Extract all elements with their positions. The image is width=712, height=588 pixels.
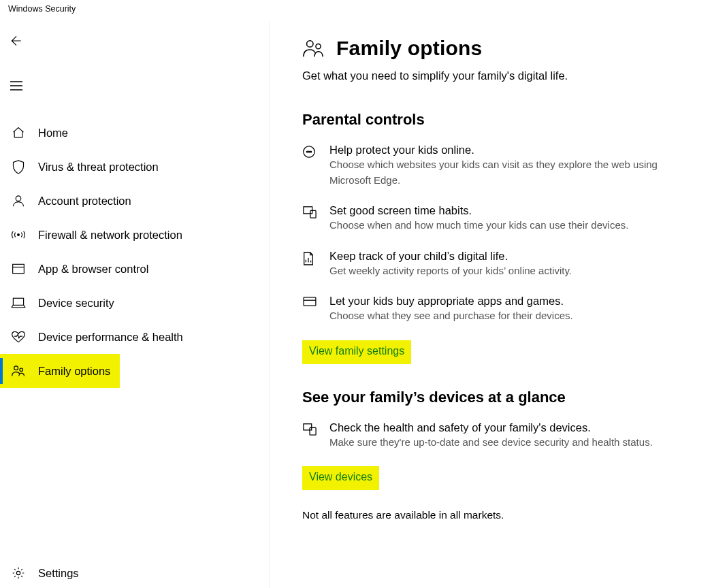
feature-screen-time: Set good screen time habits. Choose when… <box>302 204 697 233</box>
sidebar-item-settings[interactable]: Settings <box>0 559 269 587</box>
feature-title: Let your kids buy appropriate apps and g… <box>329 295 573 308</box>
hamburger-button[interactable] <box>0 69 33 102</box>
heart-icon <box>10 330 27 344</box>
feature-protect-kids: Help protect your kids online. Choose wh… <box>302 144 697 188</box>
sidebar-item-label: Device performance & health <box>38 331 183 344</box>
feature-device-health: Check the health and safety of your fami… <box>302 421 697 451</box>
svg-point-5 <box>20 368 23 372</box>
sidebar: Home Virus & threat protection Account p… <box>0 22 270 588</box>
svg-rect-15 <box>304 297 316 306</box>
web-filter-icon <box>302 144 317 188</box>
sidebar-item-home[interactable]: Home <box>0 116 269 150</box>
device-health-icon <box>302 421 317 451</box>
family-icon <box>10 364 27 378</box>
svg-point-10 <box>306 151 308 152</box>
family-header-icon <box>302 38 324 59</box>
page-header: Family options <box>302 37 712 60</box>
feature-title: Keep track of your child’s digital life. <box>329 250 572 263</box>
sidebar-item-label: Device security <box>38 297 114 310</box>
feature-desc: Choose which websites your kids can visi… <box>329 157 697 188</box>
person-icon <box>10 194 27 208</box>
svg-rect-2 <box>13 264 25 273</box>
page-subtitle: Get what you need to simplify your famil… <box>302 69 712 82</box>
report-icon <box>302 250 317 279</box>
svg-point-4 <box>14 366 18 370</box>
feature-title: Help protect your kids online. <box>329 144 697 157</box>
gear-icon <box>10 566 27 580</box>
svg-point-1 <box>18 234 20 236</box>
home-icon <box>10 126 27 140</box>
svg-point-7 <box>307 41 313 47</box>
sidebar-item-firewall[interactable]: Firewall & network protection <box>0 218 269 252</box>
main-content: Family options Get what you need to simp… <box>270 22 712 588</box>
shield-icon <box>10 159 27 174</box>
window-title: Windows Security <box>8 4 76 14</box>
back-arrow-icon <box>10 34 23 48</box>
sidebar-nav: Home Virus & threat protection Account p… <box>0 116 269 388</box>
feature-purchases: Let your kids buy appropriate apps and g… <box>302 295 697 324</box>
svg-rect-14 <box>310 210 316 218</box>
view-devices-link[interactable]: View devices <box>302 466 379 490</box>
sidebar-item-family[interactable]: Family options <box>0 354 120 388</box>
sidebar-item-label: Virus & threat protection <box>38 161 159 174</box>
footer-note: Not all features are available in all ma… <box>302 509 712 521</box>
sidebar-item-account[interactable]: Account protection <box>0 184 269 218</box>
feature-title: Set good screen time habits. <box>329 204 628 217</box>
feature-track-activity: Keep track of your child’s digital life.… <box>302 250 697 279</box>
feature-desc: Choose when and how much time your kids … <box>329 218 628 233</box>
section-title-parental: Parental controls <box>302 111 712 129</box>
sidebar-item-label: App & browser control <box>38 263 148 276</box>
sidebar-item-device-security[interactable]: Device security <box>0 286 269 320</box>
svg-rect-17 <box>310 427 316 435</box>
svg-rect-3 <box>13 298 23 305</box>
sidebar-item-label: Firewall & network protection <box>38 229 182 242</box>
credit-card-icon <box>302 295 317 324</box>
sidebar-item-label: Account protection <box>38 195 131 208</box>
svg-rect-16 <box>304 423 312 429</box>
link-row-view-devices: View devices <box>302 466 712 490</box>
svg-point-6 <box>16 571 20 574</box>
sidebar-item-label: Family options <box>38 365 110 378</box>
devices-icon <box>302 204 317 233</box>
svg-point-8 <box>316 44 321 49</box>
laptop-icon <box>10 297 27 309</box>
window-icon <box>10 263 27 275</box>
svg-point-0 <box>16 196 21 201</box>
hamburger-icon <box>10 80 23 91</box>
sidebar-bottom: Settings <box>0 559 269 588</box>
view-family-settings-link[interactable]: View family settings <box>302 340 411 364</box>
link-row-family-settings: View family settings <box>302 340 712 364</box>
sidebar-item-label: Home <box>38 127 68 140</box>
window-titlebar: Windows Security <box>0 0 712 22</box>
svg-point-11 <box>308 151 310 152</box>
feature-title: Check the health and safety of your fami… <box>329 421 653 434</box>
antenna-icon <box>10 228 27 242</box>
feature-desc: Get weekly activity reports of your kids… <box>329 263 572 279</box>
feature-desc: Choose what they see and purchase for th… <box>329 308 573 324</box>
sidebar-item-label: Settings <box>38 567 79 580</box>
svg-point-12 <box>310 151 312 152</box>
sidebar-item-app-browser[interactable]: App & browser control <box>0 252 269 286</box>
sidebar-top <box>0 22 269 108</box>
app-root: Home Virus & threat protection Account p… <box>0 22 712 588</box>
sidebar-item-performance[interactable]: Device performance & health <box>0 320 269 354</box>
section-title-devices: See your family’s devices at a glance <box>302 389 712 406</box>
feature-desc: Make sure they're up-to-date and see dev… <box>329 435 653 451</box>
sidebar-item-virus[interactable]: Virus & threat protection <box>0 150 269 184</box>
back-button[interactable] <box>0 24 33 57</box>
page-title: Family options <box>336 37 483 60</box>
